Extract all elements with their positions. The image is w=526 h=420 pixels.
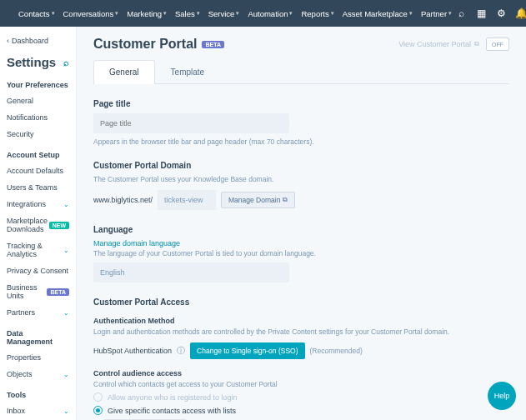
nav-reports[interactable]: Reports▾ xyxy=(298,9,337,18)
domain-desc: The Customer Portal uses your Knowledge … xyxy=(93,175,509,183)
control-audience-heading: Control audience access xyxy=(93,369,509,378)
page-title-help: Appears in the browser title bar and pag… xyxy=(93,138,509,146)
info-icon[interactable]: ⓘ xyxy=(177,345,185,357)
back-to-dashboard[interactable]: ‹Dashboard xyxy=(0,33,76,48)
tab-template[interactable]: Template xyxy=(155,60,221,83)
tab-general[interactable]: General xyxy=(93,60,155,83)
settings-heading: Settings xyxy=(7,55,56,69)
nav-partner[interactable]: Partner▾ xyxy=(418,9,455,18)
marketplace-icon[interactable]: ▦ xyxy=(475,8,487,19)
auth-value: HubSpot Authentication xyxy=(93,347,172,355)
group-account-setup: Account Setup xyxy=(0,142,76,162)
group-tools: Tools xyxy=(0,382,76,402)
notifications-icon[interactable]: 🔔 xyxy=(515,8,526,19)
sidebar-item-account-defaults[interactable]: Account Defaults xyxy=(0,162,76,179)
group-data-management: Data Management xyxy=(0,321,76,349)
search-settings-icon[interactable]: ⌕ xyxy=(63,58,69,68)
language-heading: Language xyxy=(93,225,509,234)
nav-automation[interactable]: Automation▾ xyxy=(244,9,296,18)
manage-domain-button[interactable]: Manage Domain⧉ xyxy=(221,192,295,208)
language-desc: The language of your Customer Portal is … xyxy=(93,249,509,258)
nav-items: Contacts▾ Conversations▾ Marketing▾ Sale… xyxy=(15,9,455,18)
sidebar-item-privacy-consent[interactable]: Privacy & Consent xyxy=(0,262,76,279)
chevron-down-icon: ⌄ xyxy=(63,201,69,208)
beta-badge: BETA xyxy=(47,288,69,296)
nav-sales[interactable]: Sales▾ xyxy=(172,9,203,18)
top-nav: Contacts▾ Conversations▾ Marketing▾ Sale… xyxy=(0,0,526,27)
beta-badge: BETA xyxy=(202,41,224,48)
sidebar-item-properties[interactable]: Properties xyxy=(0,349,76,366)
chevron-left-icon: ‹ xyxy=(7,37,9,45)
settings-icon[interactable]: ⚙ xyxy=(495,8,507,19)
sidebar-item-tracking-analytics[interactable]: Tracking & Analytics⌄ xyxy=(0,238,76,262)
nav-service[interactable]: Service▾ xyxy=(205,9,243,18)
nav-conversations[interactable]: Conversations▾ xyxy=(60,9,123,18)
new-badge: NEW xyxy=(49,222,69,229)
recommended-label: (Recommended) xyxy=(310,347,363,355)
sidebar-item-users-teams[interactable]: Users & Teams xyxy=(0,179,76,196)
nav-marketing[interactable]: Marketing▾ xyxy=(123,9,170,18)
control-audience-desc: Control which contacts get access to you… xyxy=(93,380,509,388)
sidebar-item-general[interactable]: General xyxy=(0,92,76,109)
external-link-icon: ⧉ xyxy=(283,196,288,204)
domain-slug-input[interactable] xyxy=(158,190,216,210)
auth-method-desc: Login and authentication methods are con… xyxy=(93,328,509,336)
auth-method-heading: Authentication Method xyxy=(93,317,509,325)
sidebar-item-security[interactable]: Security xyxy=(0,126,76,142)
sidebar-item-partners[interactable]: Partners⌄ xyxy=(0,304,76,321)
radio-icon xyxy=(93,392,103,402)
search-icon[interactable]: ⌕ xyxy=(455,8,467,19)
page-title: Customer PortalBETA xyxy=(93,37,224,52)
change-to-sso-button[interactable]: Change to Single sign-on (SSO) xyxy=(190,342,304,359)
tabs: General Template xyxy=(93,60,509,84)
domain-heading: Customer Portal Domain xyxy=(93,161,509,170)
main-content: Customer PortalBETA View Customer Portal… xyxy=(77,27,526,420)
sidebar-item-notifications[interactable]: Notifications xyxy=(0,109,76,126)
radio-checked-icon xyxy=(93,406,103,415)
group-preferences: Your Preferences xyxy=(0,72,76,92)
manage-domain-language-link[interactable]: Manage domain language xyxy=(93,239,509,248)
nav-asset-marketplace[interactable]: Asset Marketplace▾ xyxy=(339,9,416,18)
portal-toggle[interactable]: OFF xyxy=(486,38,509,51)
help-button[interactable]: Help xyxy=(488,382,516,410)
chevron-down-icon: ▾ xyxy=(52,10,55,17)
page-title-heading: Page title xyxy=(93,99,509,108)
access-heading: Customer Portal Access xyxy=(93,298,509,307)
sidebar-item-objects[interactable]: Objects⌄ xyxy=(0,366,76,382)
page-title-input[interactable] xyxy=(93,113,289,133)
sidebar: ‹Dashboard Settings⌕ Your Preferences Ge… xyxy=(0,27,77,420)
sidebar-item-integrations[interactable]: Integrations⌄ xyxy=(0,196,76,212)
language-input[interactable] xyxy=(93,262,289,282)
external-link-icon: ⧉ xyxy=(474,40,479,48)
radio-allow-anyone[interactable]: Allow anyone who is registered to login xyxy=(93,392,509,402)
domain-host: www.biglytics.net/ xyxy=(93,196,153,204)
sidebar-item-marketplace-downloads[interactable]: Marketplace DownloadsNEW xyxy=(0,212,76,238)
radio-specific-lists[interactable]: Give specific contacts access with lists xyxy=(93,406,509,415)
nav-contacts[interactable]: Contacts▾ xyxy=(15,9,58,18)
view-customer-portal-link[interactable]: View Customer Portal⧉ xyxy=(398,40,479,48)
sidebar-item-inbox[interactable]: Inbox⌄ xyxy=(0,402,76,419)
sidebar-item-business-units[interactable]: Business UnitsBETA xyxy=(0,279,76,304)
